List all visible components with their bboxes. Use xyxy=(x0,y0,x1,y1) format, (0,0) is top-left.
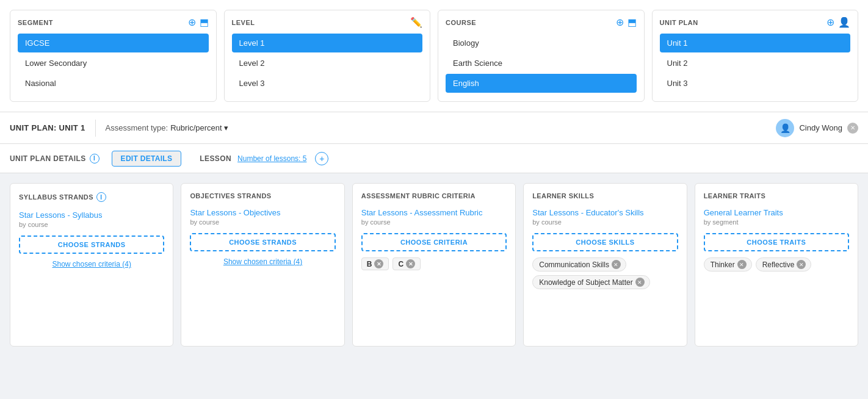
avatar: 👤 xyxy=(776,119,794,137)
course-header: COURSE ⊕ ⬒ xyxy=(446,18,637,27)
unitplan-title: UNIT PLAN xyxy=(660,19,698,26)
assessment-label: Assessment type: xyxy=(106,123,168,132)
show-criteria-syllabus[interactable]: Show chosen criteria (4) xyxy=(19,260,164,268)
unitplan-item-1[interactable]: Unit 1 xyxy=(660,34,851,52)
bar-divider xyxy=(95,120,96,137)
segment-item-igcse[interactable]: IGCSE xyxy=(18,34,209,52)
trait-chip-reflective-remove[interactable]: ✕ xyxy=(797,260,806,269)
unitplan-add-icon[interactable]: ⊕ xyxy=(826,18,834,27)
skill-chip-knowledge: Knowledge of Subject Matter ✕ xyxy=(532,275,649,289)
segment-icons: ⊕ ⬒ xyxy=(188,18,209,27)
course-download-icon[interactable]: ⬒ xyxy=(627,18,637,27)
rubric-card-title: ASSESSMENT RUBRIC CRITERIA xyxy=(361,192,507,200)
unit-plan-details-label: UNIT PLAN DETAILS i xyxy=(10,154,99,164)
objectives-by: by course xyxy=(190,218,335,226)
user-badge: 👤 Cindy Wong ✕ xyxy=(776,119,858,137)
unitplan-icons: ⊕ 👤 xyxy=(826,18,850,27)
show-criteria-objectives[interactable]: Show chosen criteria (4) xyxy=(190,257,335,266)
level-item-1[interactable]: Level 1 xyxy=(232,34,423,52)
level-edit-icon[interactable]: ✏️ xyxy=(410,18,422,27)
level-panel: LEVEL ✏️ Level 1 Level 2 Level 3 xyxy=(224,10,431,102)
objectives-card-title: OBJECTIVES STRANDS xyxy=(190,192,335,200)
syllabus-card-title: SYLLABUS STRANDS i xyxy=(19,192,164,202)
skills-card: LEARNER SKILLS Star Lessons - Educator's… xyxy=(523,183,687,347)
level-header: LEVEL ✏️ xyxy=(232,18,423,27)
rubric-link[interactable]: Star Lessons - Assessment Rubric xyxy=(361,208,507,217)
skills-card-title: LEARNER SKILLS xyxy=(532,192,678,200)
rubric-by: by course xyxy=(361,218,507,226)
skill-chip-knowledge-remove[interactable]: ✕ xyxy=(635,278,645,287)
lesson-section: LESSON Number of lessons: 5 + xyxy=(200,152,328,165)
assessment-select[interactable]: Rubric/percent ▾ xyxy=(170,123,228,132)
trait-chip-thinker: Thinker ✕ xyxy=(704,257,752,271)
segment-item-nasional[interactable]: Nasional xyxy=(18,74,209,93)
assessment-type-section: Assessment type: Rubric/percent ▾ xyxy=(106,123,228,132)
trait-chip-thinker-remove[interactable]: ✕ xyxy=(737,260,747,269)
course-item-biology[interactable]: Biology xyxy=(446,34,637,52)
course-title: COURSE xyxy=(446,19,476,26)
course-icons: ⊕ ⬒ xyxy=(616,18,637,27)
rubric-chip-c-remove[interactable]: ✕ xyxy=(406,259,415,268)
segment-title: SEGMENT xyxy=(18,19,53,26)
choose-strands-button-syllabus[interactable]: CHOOSE STRANDS xyxy=(19,235,164,254)
rubric-chip-c: C ✕ xyxy=(392,257,421,270)
cards-area: SYLLABUS STRANDS i Star Lessons - Syllab… xyxy=(0,173,868,356)
skill-chip-communication: Communication Skills ✕ xyxy=(532,257,626,271)
traits-by: by segment xyxy=(704,218,849,226)
level-item-2[interactable]: Level 2 xyxy=(232,54,423,73)
level-icons: ✏️ xyxy=(410,18,422,27)
unit-plan-bar: UNIT PLAN: UNIT 1 Assessment type: Rubri… xyxy=(0,112,868,144)
course-panel: COURSE ⊕ ⬒ Biology Earth Science English xyxy=(438,10,645,102)
top-panels: SEGMENT ⊕ ⬒ IGCSE Lower Secondary Nasion… xyxy=(0,0,868,112)
skills-link[interactable]: Star Lessons - Educator's Skills xyxy=(532,208,678,217)
course-item-english[interactable]: English xyxy=(446,74,637,93)
rubric-chip-b-remove[interactable]: ✕ xyxy=(374,259,383,268)
unitplan-item-2[interactable]: Unit 2 xyxy=(660,54,851,73)
unitplan-panel: UNIT PLAN ⊕ 👤 Unit 1 Unit 2 Unit 3 xyxy=(652,10,859,102)
skills-by: by course xyxy=(532,218,678,226)
details-info-icon[interactable]: i xyxy=(90,154,99,164)
skill-chip-communication-remove[interactable]: ✕ xyxy=(612,260,621,269)
assessment-chevron-icon: ▾ xyxy=(224,123,228,132)
segment-header: SEGMENT ⊕ ⬒ xyxy=(18,18,209,27)
user-name: Cindy Wong xyxy=(799,123,842,132)
rubric-chip-b: B ✕ xyxy=(361,257,389,270)
edit-details-button[interactable]: EDIT DETAILS xyxy=(112,151,182,167)
unitplan-header: UNIT PLAN ⊕ 👤 xyxy=(660,18,851,27)
details-bar: UNIT PLAN DETAILS i EDIT DETAILS LESSON … xyxy=(0,144,868,173)
segment-add-icon[interactable]: ⊕ xyxy=(188,18,196,27)
num-lessons-link[interactable]: Number of lessons: 5 xyxy=(237,154,306,163)
segment-download-icon[interactable]: ⬒ xyxy=(200,18,209,27)
course-item-earth-science[interactable]: Earth Science xyxy=(446,54,637,73)
segment-panel: SEGMENT ⊕ ⬒ IGCSE Lower Secondary Nasion… xyxy=(10,10,217,102)
rubric-card: ASSESSMENT RUBRIC CRITERIA Star Lessons … xyxy=(352,183,516,347)
lesson-label: LESSON xyxy=(200,154,231,163)
traits-chips: Thinker ✕ Reflective ✕ xyxy=(704,257,849,271)
choose-traits-button[interactable]: CHOOSE TRAITS xyxy=(704,233,849,251)
syllabus-info-icon[interactable]: i xyxy=(96,192,106,202)
segment-item-lower-secondary[interactable]: Lower Secondary xyxy=(18,54,209,73)
choose-skills-button[interactable]: CHOOSE SKILLS xyxy=(532,233,678,251)
syllabus-link[interactable]: Star Lessons - Syllabus xyxy=(19,210,164,220)
traits-card: LEARNER TRAITS General Learner Traits by… xyxy=(695,183,858,347)
syllabus-by: by course xyxy=(19,221,164,228)
trait-chip-reflective: Reflective ✕ xyxy=(756,257,812,271)
choose-criteria-button[interactable]: CHOOSE CRITERIA xyxy=(361,233,507,251)
traits-card-title: LEARNER TRAITS xyxy=(704,192,849,200)
traits-link[interactable]: General Learner Traits xyxy=(704,208,849,217)
unit-plan-bar-title: UNIT PLAN: UNIT 1 xyxy=(10,123,85,132)
assessment-value: Rubric/percent xyxy=(170,123,222,132)
unitplan-users-icon[interactable]: 👤 xyxy=(838,18,850,27)
level-item-3[interactable]: Level 3 xyxy=(232,74,423,93)
level-title: LEVEL xyxy=(232,19,255,26)
add-lesson-button[interactable]: + xyxy=(315,152,328,165)
objectives-card: OBJECTIVES STRANDS Star Lessons - Object… xyxy=(181,183,344,347)
syllabus-card: SYLLABUS STRANDS i Star Lessons - Syllab… xyxy=(10,183,173,347)
skills-chips: Communication Skills ✕ Knowledge of Subj… xyxy=(532,257,678,289)
course-add-icon[interactable]: ⊕ xyxy=(616,18,624,27)
user-remove-icon[interactable]: ✕ xyxy=(847,123,858,134)
objectives-link[interactable]: Star Lessons - Objectives xyxy=(190,208,335,217)
choose-strands-button-objectives[interactable]: CHOOSE STRANDS xyxy=(190,233,335,251)
unitplan-item-3[interactable]: Unit 3 xyxy=(660,74,851,93)
rubric-chips: B ✕ C ✕ xyxy=(361,257,507,270)
